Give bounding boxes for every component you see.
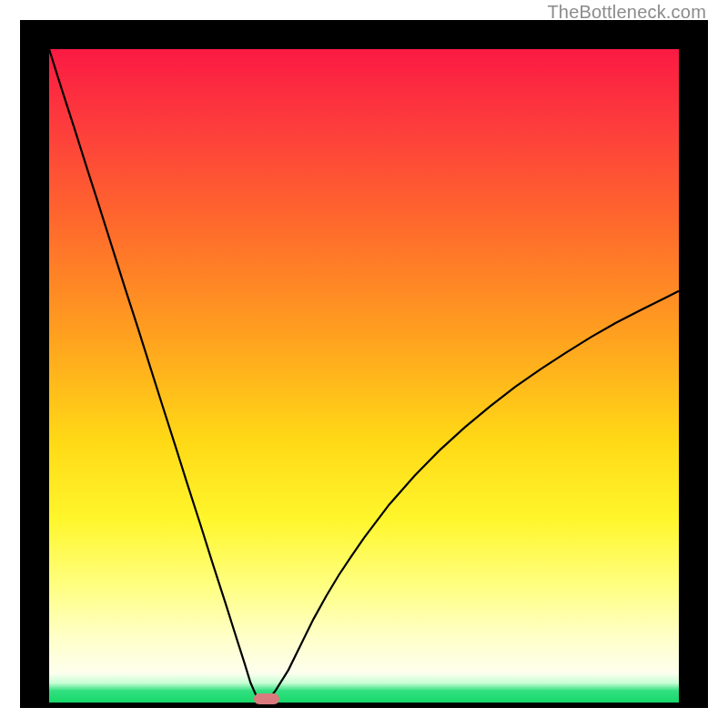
plot-frame xyxy=(20,20,708,708)
chart-container: TheBottleneck.com xyxy=(0,0,728,728)
bottleneck-curve xyxy=(49,49,679,703)
plot-gradient-area xyxy=(49,49,679,703)
curve-path xyxy=(49,49,679,699)
optimal-marker xyxy=(254,693,279,704)
